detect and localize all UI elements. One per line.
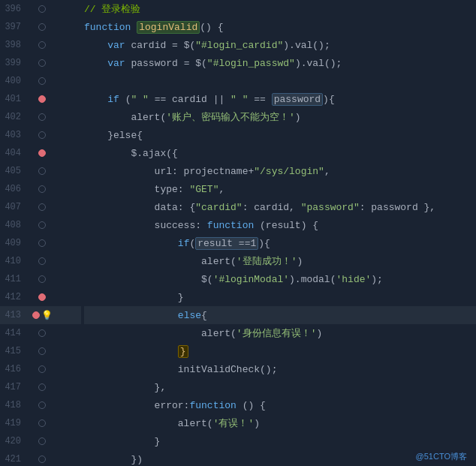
code-editor: 3963973983994004014024034044054064074084… [0, 0, 476, 466]
breakpoint-placeholder [38, 41, 46, 49]
code-token: , [324, 166, 330, 177]
line-number: 397 [0, 22, 27, 32]
code-token: "GET" [189, 184, 218, 195]
line-number: 420 [0, 436, 27, 446]
breakpoint-placeholder [38, 437, 46, 445]
breakpoint-placeholder [38, 77, 46, 85]
breakpoint-placeholder [38, 365, 46, 373]
code-token: }, [84, 382, 166, 393]
code-token: else [178, 310, 201, 321]
breakpoint-placeholder [38, 59, 46, 67]
code-token: , [218, 184, 224, 195]
code-token: "#login_cardid" [195, 40, 283, 51]
code-token: " " [230, 94, 248, 105]
code-line: alert('有误！') [84, 414, 476, 432]
line-number: 418 [0, 400, 27, 410]
code-token: function [207, 220, 254, 231]
code-token: alert( [84, 328, 236, 339]
highlight-token: result ==1 [195, 237, 258, 250]
code-line: url: projectname+"/sys/login", [84, 162, 476, 180]
code-line: alert('身份信息有误！') [84, 324, 476, 342]
code-token: cardid = $( [125, 40, 196, 51]
code-line: // 登录检验 [84, 0, 476, 18]
code-token: ( [189, 238, 195, 249]
code-line: alert('账户、密码输入不能为空！') [84, 108, 476, 126]
code-token: type: [84, 184, 189, 195]
line-number: 411 [0, 274, 27, 284]
code-line: error:function () { [84, 396, 476, 414]
code-token: url: projectname+ [84, 166, 254, 177]
breakpoint-placeholder [38, 419, 46, 427]
code-token [84, 40, 107, 51]
line-number: 419 [0, 418, 27, 428]
breakpoint-placeholder [38, 203, 46, 211]
breakpoint-icon[interactable] [38, 95, 46, 103]
bulb-icon[interactable]: 💡 [41, 310, 53, 321]
line-number: 405 [0, 166, 27, 176]
line-number: 406 [0, 184, 27, 194]
code-token: "password" [301, 202, 360, 213]
code-line: data: {"cardid": cardid, "password": pas… [84, 198, 476, 216]
code-token: password = $( [125, 58, 207, 69]
breakpoint-placeholder [38, 239, 46, 247]
code-line: } [84, 432, 476, 450]
code-line: function loginValid() { [84, 18, 476, 36]
code-token: { [201, 310, 207, 321]
line-number: 409 [0, 238, 27, 248]
code-token: "#login_passwd" [207, 58, 295, 69]
code-token: }else{ [84, 130, 143, 141]
code-token: == [248, 94, 271, 105]
highlight-token: loginValid [137, 21, 200, 34]
code-line: alert('登陆成功！') [84, 252, 476, 270]
breakpoint-icon[interactable] [38, 293, 46, 301]
code-line: $('#loginModal').modal('hide'); [84, 270, 476, 288]
breakpoint-icon[interactable] [38, 149, 46, 157]
line-number: 416 [0, 364, 27, 374]
code-token: if [178, 238, 190, 249]
code-token: ).val(); [283, 40, 330, 51]
code-token: " " [131, 94, 148, 105]
line-number: 401 [0, 94, 27, 104]
breakpoint-placeholder [38, 329, 46, 337]
code-token [84, 310, 178, 321]
code-token [84, 346, 178, 357]
highlight-token: password [272, 93, 323, 106]
code-token: data: { [84, 202, 195, 213]
code-token: $.ajax({ [84, 148, 178, 159]
code-token: : password }, [360, 202, 435, 213]
breakpoint-placeholder [38, 275, 46, 283]
code-token: ); [371, 274, 383, 285]
breakpoint-placeholder [38, 131, 46, 139]
code-token: }) [84, 454, 143, 465]
breakpoint-placeholder [38, 167, 46, 175]
code-token [84, 58, 107, 69]
code-token: ).modal( [289, 274, 336, 285]
code-line: initValidCheck(); [84, 360, 476, 378]
code-token: (result) { [254, 220, 318, 231]
code-token: function [189, 400, 236, 411]
code-token: '身份信息有误！' [236, 326, 317, 340]
code-token: var [107, 58, 125, 69]
line-number: 407 [0, 202, 27, 212]
breakpoint-icon[interactable] [32, 311, 40, 319]
code-token: ) [316, 328, 322, 339]
code-token: "/sys/login" [254, 166, 324, 177]
code-token: function [84, 22, 137, 33]
line-number: 410 [0, 256, 27, 266]
breakpoint-placeholder [38, 5, 46, 13]
code-token: () { [236, 400, 266, 411]
code-token: () { [200, 22, 223, 33]
line-number: 414 [0, 328, 27, 338]
code-token: alert( [84, 256, 236, 267]
code-token [84, 238, 178, 249]
code-token: '登陆成功！' [236, 254, 297, 268]
code-token: initValidCheck(); [84, 364, 277, 375]
line-number: 398 [0, 40, 27, 50]
code-token: 'hide' [336, 274, 371, 285]
code-line: } [84, 288, 476, 306]
line-number: 413 [0, 310, 27, 320]
breakpoint-placeholder [38, 221, 46, 229]
code-line: } [84, 342, 476, 360]
code-line: }, [84, 378, 476, 396]
code-line: type: "GET", [84, 180, 476, 198]
